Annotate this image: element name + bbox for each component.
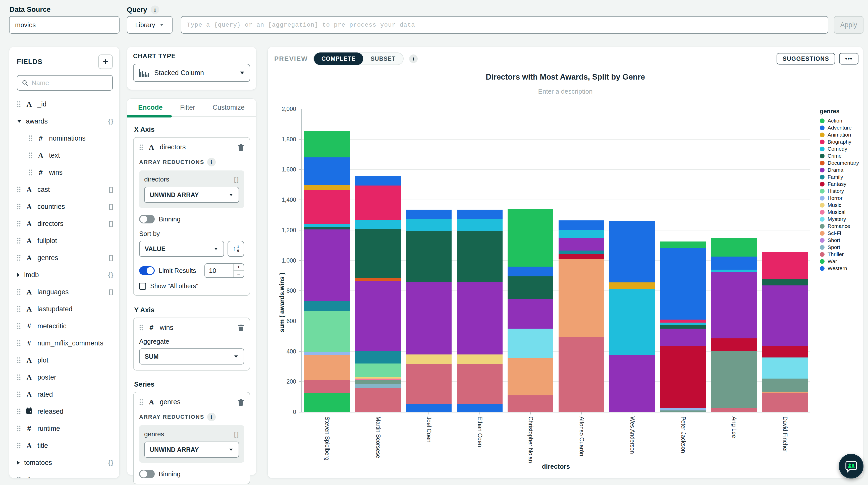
field-row-tomatoes[interactable]: tomatoes{} (9, 454, 119, 471)
limit-results-input[interactable]: 10 +− (205, 263, 244, 278)
drag-handle-icon[interactable] (17, 220, 21, 227)
field-row-rated[interactable]: Arated (9, 386, 119, 403)
sort-direction-button[interactable]: ↑ 19 (227, 241, 244, 257)
legend-item-family[interactable]: Family (820, 173, 859, 181)
drag-handle-icon[interactable] (17, 340, 21, 347)
tab-filter[interactable]: Filter (180, 104, 195, 111)
delete-field-icon[interactable] (238, 144, 244, 151)
drag-handle-icon[interactable] (17, 305, 21, 313)
tab-customize[interactable]: Customize (213, 104, 245, 111)
drag-handle-icon[interactable] (17, 442, 21, 449)
drag-handle-icon[interactable] (17, 357, 21, 364)
tab-encode[interactable]: Encode (138, 104, 163, 111)
legend-item-short[interactable]: Short (820, 237, 859, 244)
x-reduction-select[interactable]: UNWIND ARRAY (144, 187, 239, 203)
delete-field-icon[interactable] (238, 399, 244, 406)
legend-item-animation[interactable]: Animation (820, 131, 859, 138)
field-row-poster[interactable]: Aposter (9, 369, 119, 386)
field-row-languages[interactable]: Alanguages[] (9, 283, 119, 300)
add-field-button[interactable]: + (98, 55, 113, 69)
field-row-metacritic[interactable]: #metacritic (9, 318, 119, 335)
query-input[interactable] (181, 16, 828, 34)
more-options-button[interactable]: ••• (839, 53, 859, 65)
field-search[interactable] (17, 75, 113, 91)
array-reductions-info-icon[interactable]: i (207, 158, 216, 166)
legend-item-war[interactable]: War (820, 258, 859, 265)
drag-handle-icon[interactable] (17, 391, 21, 398)
drag-handle-icon[interactable] (17, 425, 21, 432)
expand-icon[interactable] (17, 461, 20, 465)
legend-item-mystery[interactable]: Mystery (820, 216, 859, 223)
field-row-released[interactable]: released (9, 403, 119, 420)
legend-item-crime[interactable]: Crime (820, 152, 859, 159)
chart-description-placeholder[interactable]: Enter a description (268, 88, 863, 95)
legend-item-music[interactable]: Music (820, 202, 859, 208)
legend-item-thriller[interactable]: Thriller (820, 251, 859, 258)
field-row-runtime[interactable]: #runtime (9, 420, 119, 437)
suggestions-button[interactable]: SUGGESTIONS (777, 53, 835, 65)
field-search-input[interactable] (32, 79, 108, 87)
delete-field-icon[interactable] (238, 324, 244, 331)
legend-item-horror[interactable]: Horror (820, 195, 859, 202)
field-row-countries[interactable]: Acountries[] (9, 198, 119, 215)
field-row-genres[interactable]: Agenres[] (9, 249, 119, 266)
legend-item-musical[interactable]: Musical (820, 208, 859, 216)
field-row-lastupdated[interactable]: Alastupdated (9, 300, 119, 318)
apply-button[interactable]: Apply (834, 16, 864, 34)
drag-handle-icon[interactable] (17, 323, 21, 330)
field-row-fullplot[interactable]: Afullplot (9, 232, 119, 249)
drag-handle-icon[interactable] (17, 186, 21, 193)
legend-item-sport[interactable]: Sport (820, 244, 859, 251)
x-binning-toggle[interactable] (139, 215, 155, 223)
data-source-input[interactable] (9, 16, 120, 34)
legend-item-documentary[interactable]: Documentary (820, 159, 859, 166)
drag-handle-icon[interactable] (17, 254, 21, 261)
legend-item-action[interactable]: Action (820, 117, 859, 124)
collapse-icon[interactable] (18, 120, 21, 123)
preview-info-icon[interactable]: i (409, 55, 418, 63)
drag-handle-icon[interactable] (17, 374, 21, 381)
legend-item-comedy[interactable]: Comedy (820, 146, 859, 152)
field-row-text[interactable]: Atext (9, 147, 119, 164)
drag-handle-icon[interactable] (139, 399, 143, 406)
limit-results-toggle[interactable] (139, 266, 155, 275)
drag-handle-icon[interactable] (139, 144, 143, 151)
expand-icon[interactable] (17, 273, 20, 277)
drag-handle-icon[interactable] (139, 324, 143, 331)
mode-subset[interactable]: SUBSET (363, 53, 403, 65)
increment-button[interactable]: + (234, 264, 244, 271)
query-info-icon[interactable]: i (151, 5, 159, 14)
legend-item-drama[interactable]: Drama (820, 166, 859, 173)
field-row-partial[interactable]: A (9, 471, 119, 478)
field-row-num_mflix_comments[interactable]: #num_mflix_comments (9, 335, 119, 352)
field-row-nominations[interactable]: #nominations (9, 130, 119, 147)
field-row-plot[interactable]: Aplot (9, 352, 119, 369)
drag-handle-icon[interactable] (28, 152, 32, 159)
array-reductions-info-icon[interactable]: i (207, 413, 216, 421)
drag-handle-icon[interactable] (17, 101, 21, 108)
mode-complete[interactable]: COMPLETE (314, 53, 363, 65)
drag-handle-icon[interactable] (28, 169, 32, 176)
chart-title[interactable]: Directors with Most Awards, Split by Gen… (268, 72, 863, 82)
drag-handle-icon[interactable] (17, 408, 21, 415)
decrement-button[interactable]: − (234, 271, 244, 278)
drag-handle-icon[interactable] (17, 237, 21, 244)
drag-handle-icon[interactable] (17, 288, 21, 295)
field-row-title[interactable]: Atitle (9, 437, 119, 454)
field-row-wins[interactable]: #wins (9, 164, 119, 181)
legend-item-fantasy[interactable]: Fantasy (820, 181, 859, 188)
field-row-directors[interactable]: Adirectors[] (9, 215, 119, 232)
aggregate-select[interactable]: SUM (139, 349, 244, 364)
field-row-cast[interactable]: Acast[] (9, 181, 119, 198)
field-row-awards[interactable]: awards{} (9, 113, 119, 130)
query-mode-select[interactable]: Library (127, 16, 173, 34)
legend-item-romance[interactable]: Romance (820, 223, 859, 230)
series-reduction-select[interactable]: UNWIND ARRAY (144, 442, 239, 458)
sort-by-select[interactable]: VALUE (139, 241, 224, 257)
legend-item-western[interactable]: Western (820, 265, 859, 272)
show-all-others-checkbox[interactable] (139, 283, 146, 290)
chart-type-select[interactable]: Stacked Column (133, 64, 250, 82)
field-row-_id[interactable]: A_id (9, 96, 119, 113)
field-row-imdb[interactable]: imdb{} (9, 266, 119, 283)
drag-handle-icon[interactable] (17, 476, 21, 478)
